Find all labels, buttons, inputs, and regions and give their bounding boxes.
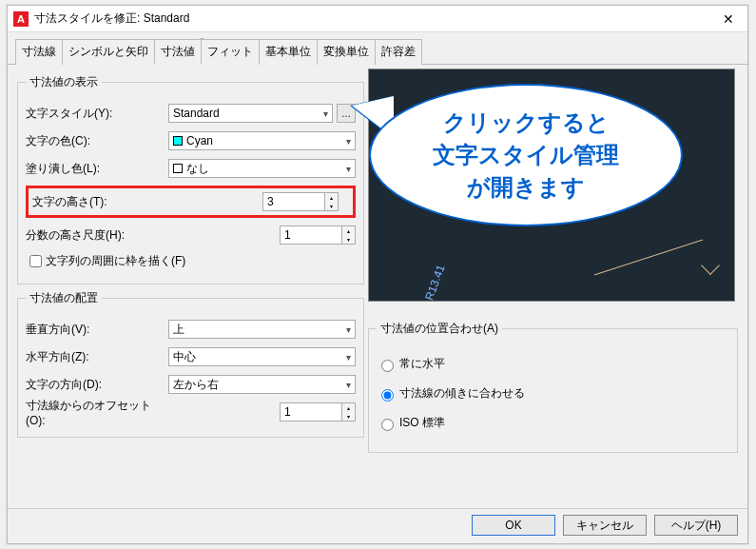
color-swatch-icon — [173, 136, 183, 146]
label-frame: 文字列の周囲に枠を描く(F) — [46, 253, 185, 269]
tab-tol[interactable]: 許容差 — [375, 39, 422, 65]
tab-text[interactable]: 寸法値 — [154, 39, 202, 65]
text-height-value: 3 — [267, 195, 274, 208]
spinner-text-height[interactable]: 3 ▴▾ — [262, 192, 339, 211]
radio-aligned-label: 寸法線の傾きに合わせる — [399, 385, 525, 402]
close-button[interactable]: ✕ — [709, 6, 747, 32]
legend-alignment: 寸法値の位置合わせ(A) — [377, 321, 502, 337]
tab-primary[interactable]: 基本単位 — [259, 39, 318, 65]
tab-strip: 寸法線 シンボルと矢印 寸法値 フィット 基本単位 変換単位 許容差 — [8, 32, 747, 65]
ok-button[interactable]: OK — [472, 515, 555, 536]
updown-icon[interactable]: ▴▾ — [324, 193, 338, 210]
window-title: 寸法スタイルを修正: Standard — [34, 10, 709, 27]
dialog-window: A 寸法スタイルを修正: Standard ✕ ↖ 寸法線 シンボルと矢印 寸法… — [7, 5, 748, 544]
combo-color-value: Cyan — [186, 134, 213, 147]
legend-display: 寸法値の表示 — [26, 74, 102, 90]
updown-icon[interactable]: ▴▾ — [341, 403, 355, 421]
fill-swatch-icon — [173, 164, 183, 173]
label-direction: 文字の方向(D): — [26, 377, 168, 393]
preview-dim-line — [594, 239, 703, 275]
group-text-display: 寸法値の表示 文字スタイル(Y): Standard … 文字の色(C): Cy… — [17, 74, 364, 284]
label-text-height: 文字の高さ(T): — [32, 194, 262, 210]
combo-horizontal[interactable]: 中心 — [168, 347, 356, 366]
preview-canvas: R13.41 クリックすると 文字スタイル管理 が開きます — [368, 69, 735, 302]
legend-placement: 寸法値の配置 — [26, 290, 102, 306]
combo-text-style[interactable]: Standard — [168, 104, 333, 123]
combo-vertical[interactable]: 上 — [168, 320, 356, 339]
combo-fill-value: なし — [186, 161, 209, 177]
combo-text-style-value: Standard — [173, 107, 220, 120]
preview-arrow-icon — [701, 256, 720, 275]
tab-alt[interactable]: 変換単位 — [317, 39, 376, 65]
callout-balloon: クリックすると 文字スタイル管理 が開きます — [340, 69, 683, 241]
balloon-body: クリックすると 文字スタイル管理 が開きます — [369, 84, 683, 226]
fraction-value: 1 — [284, 228, 291, 242]
group-text-placement: 寸法値の配置 垂直方向(V): 上 水平方向(Z): 中心 文字の方向(D): — [17, 290, 364, 438]
checkbox-frame[interactable] — [29, 255, 42, 267]
radio-horizontal[interactable] — [381, 360, 394, 372]
tab-dimlines[interactable]: 寸法線 — [15, 39, 63, 65]
spinner-offset[interactable]: 1 ▴▾ — [280, 402, 356, 422]
cancel-button[interactable]: キャンセル — [563, 515, 647, 536]
label-fraction: 分数の高さ尺度(H): — [26, 227, 168, 244]
radio-iso-label: ISO 標準 — [399, 415, 445, 431]
radio-horizontal-label: 常に水平 — [399, 356, 445, 372]
combo-direction-value: 左から右 — [173, 377, 219, 393]
label-offset: 寸法線からのオフセット(O): — [26, 398, 168, 427]
highlight-text-height: 文字の高さ(T): 3 ▴▾ — [26, 186, 356, 218]
balloon-line3: が開きます — [467, 174, 585, 200]
app-icon: A — [13, 11, 29, 27]
label-fill-color: 塗り潰し色(L): — [26, 161, 168, 177]
combo-horizontal-value: 中心 — [173, 349, 196, 365]
dialog-footer: OK キャンセル ヘルプ(H) — [8, 508, 747, 543]
group-alignment: 寸法値の位置合わせ(A) 常に水平 寸法線の傾きに合わせる ISO 標準 — [368, 321, 738, 453]
title-bar: A 寸法スタイルを修正: Standard ✕ — [8, 6, 747, 32]
radio-aligned[interactable] — [381, 389, 394, 402]
tab-symbols[interactable]: シンボルと矢印 — [62, 39, 155, 65]
tab-fit[interactable]: フィット — [201, 39, 260, 65]
help-button[interactable]: ヘルプ(H) — [654, 515, 738, 536]
balloon-line1: クリックすると — [443, 109, 610, 135]
combo-text-color[interactable]: Cyan — [168, 131, 356, 150]
radio-iso[interactable] — [381, 419, 394, 431]
combo-direction[interactable]: 左から右 — [168, 375, 356, 394]
label-horizontal: 水平方向(Z): — [26, 349, 168, 365]
combo-vertical-value: 上 — [173, 322, 184, 338]
label-text-color: 文字の色(C): — [26, 133, 168, 149]
label-vertical: 垂直方向(V): — [26, 322, 168, 338]
offset-value: 1 — [284, 405, 291, 419]
balloon-line2: 文字スタイル管理 — [433, 142, 619, 167]
label-text-style: 文字スタイル(Y): — [26, 106, 168, 122]
preview-radius-label: R13.41 — [422, 263, 447, 302]
combo-fill-color[interactable]: なし — [168, 159, 356, 178]
